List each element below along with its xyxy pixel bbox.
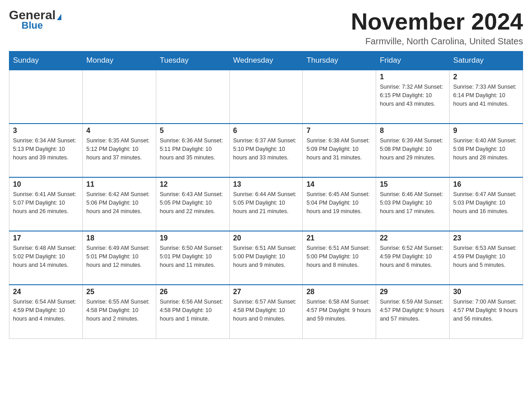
- day-number: 6: [233, 127, 299, 135]
- day-info: Sunrise: 6:55 AM Sunset: 4:58 PM Dayligh…: [86, 298, 152, 323]
- col-monday: Monday: [82, 51, 156, 70]
- day-info: Sunrise: 7:32 AM Sunset: 6:15 PM Dayligh…: [380, 83, 446, 108]
- day-number: 8: [380, 127, 446, 135]
- col-friday: Friday: [376, 51, 450, 70]
- col-wednesday: Wednesday: [229, 51, 303, 70]
- calendar-cell: 9Sunrise: 6:40 AM Sunset: 5:08 PM Daylig…: [450, 124, 523, 177]
- day-info: Sunrise: 6:53 AM Sunset: 4:59 PM Dayligh…: [453, 244, 519, 269]
- day-info: Sunrise: 6:43 AM Sunset: 5:05 PM Dayligh…: [160, 190, 226, 215]
- day-number: 12: [160, 180, 226, 188]
- day-info: Sunrise: 6:44 AM Sunset: 5:05 PM Dayligh…: [233, 190, 299, 215]
- location: Farmville, North Carolina, United States: [351, 36, 523, 47]
- day-number: 26: [160, 288, 226, 296]
- calendar-cell: [229, 70, 303, 124]
- col-thursday: Thursday: [303, 51, 376, 70]
- day-info: Sunrise: 7:00 AM Sunset: 4:57 PM Dayligh…: [453, 298, 519, 323]
- day-number: 11: [86, 180, 152, 188]
- day-info: Sunrise: 6:46 AM Sunset: 5:03 PM Dayligh…: [380, 190, 446, 215]
- day-info: Sunrise: 6:42 AM Sunset: 5:06 PM Dayligh…: [86, 190, 152, 215]
- day-info: Sunrise: 6:40 AM Sunset: 5:08 PM Dayligh…: [453, 137, 519, 162]
- day-info: Sunrise: 6:47 AM Sunset: 5:03 PM Dayligh…: [453, 190, 519, 215]
- calendar-cell: 28Sunrise: 6:58 AM Sunset: 4:57 PM Dayli…: [303, 285, 376, 338]
- calendar-cell: 22Sunrise: 6:52 AM Sunset: 4:59 PM Dayli…: [376, 231, 450, 285]
- calendar-cell: 16Sunrise: 6:47 AM Sunset: 5:03 PM Dayli…: [450, 177, 523, 231]
- day-number: 9: [453, 127, 519, 135]
- calendar-cell: 3Sunrise: 6:34 AM Sunset: 5:13 PM Daylig…: [9, 124, 83, 177]
- day-info: Sunrise: 6:48 AM Sunset: 5:02 PM Dayligh…: [13, 244, 79, 269]
- calendar-cell: 11Sunrise: 6:42 AM Sunset: 5:06 PM Dayli…: [82, 177, 156, 231]
- calendar-cell: 4Sunrise: 6:35 AM Sunset: 5:12 PM Daylig…: [82, 124, 156, 177]
- day-info: Sunrise: 7:33 AM Sunset: 6:14 PM Dayligh…: [453, 83, 519, 108]
- day-number: 25: [86, 288, 152, 296]
- day-number: 16: [453, 180, 519, 188]
- calendar-cell: 30Sunrise: 7:00 AM Sunset: 4:57 PM Dayli…: [450, 285, 523, 338]
- col-sunday: Sunday: [9, 51, 83, 70]
- calendar-cell: 13Sunrise: 6:44 AM Sunset: 5:05 PM Dayli…: [229, 177, 303, 231]
- logo: General Blue: [9, 9, 61, 31]
- calendar-cell: 7Sunrise: 6:38 AM Sunset: 5:09 PM Daylig…: [303, 124, 376, 177]
- day-info: Sunrise: 6:54 AM Sunset: 4:59 PM Dayligh…: [13, 298, 79, 323]
- day-info: Sunrise: 6:34 AM Sunset: 5:13 PM Dayligh…: [13, 137, 79, 162]
- day-number: 22: [380, 234, 446, 242]
- month-title: November 2024: [351, 9, 523, 34]
- day-number: 27: [233, 288, 299, 296]
- day-info: Sunrise: 6:52 AM Sunset: 4:59 PM Dayligh…: [380, 244, 446, 269]
- day-number: 5: [160, 127, 226, 135]
- day-number: 21: [306, 234, 372, 242]
- calendar-cell: [82, 70, 156, 124]
- day-info: Sunrise: 6:56 AM Sunset: 4:58 PM Dayligh…: [160, 298, 226, 323]
- calendar-cell: 23Sunrise: 6:53 AM Sunset: 4:59 PM Dayli…: [450, 231, 523, 285]
- day-number: 20: [233, 234, 299, 242]
- week-row-5: 24Sunrise: 6:54 AM Sunset: 4:59 PM Dayli…: [9, 285, 523, 338]
- calendar-cell: 12Sunrise: 6:43 AM Sunset: 5:05 PM Dayli…: [156, 177, 229, 231]
- logo-triangle-icon: [57, 14, 61, 20]
- day-number: 2: [453, 73, 519, 81]
- day-info: Sunrise: 6:39 AM Sunset: 5:08 PM Dayligh…: [380, 137, 446, 162]
- day-info: Sunrise: 6:49 AM Sunset: 5:01 PM Dayligh…: [86, 244, 152, 269]
- day-number: 7: [306, 127, 372, 135]
- calendar-cell: 26Sunrise: 6:56 AM Sunset: 4:58 PM Dayli…: [156, 285, 229, 338]
- title-section: November 2024 Farmville, North Carolina,…: [351, 9, 523, 47]
- col-saturday: Saturday: [450, 51, 523, 70]
- calendar: Sunday Monday Tuesday Wednesday Thursday…: [9, 51, 523, 339]
- logo-blue: Blue: [21, 20, 43, 31]
- day-info: Sunrise: 6:51 AM Sunset: 5:00 PM Dayligh…: [306, 244, 372, 269]
- calendar-cell: 19Sunrise: 6:50 AM Sunset: 5:01 PM Dayli…: [156, 231, 229, 285]
- calendar-cell: 17Sunrise: 6:48 AM Sunset: 5:02 PM Dayli…: [9, 231, 83, 285]
- week-row-1: 1Sunrise: 7:32 AM Sunset: 6:15 PM Daylig…: [9, 70, 523, 124]
- calendar-cell: 15Sunrise: 6:46 AM Sunset: 5:03 PM Dayli…: [376, 177, 450, 231]
- day-number: 19: [160, 234, 226, 242]
- day-info: Sunrise: 6:45 AM Sunset: 5:04 PM Dayligh…: [306, 190, 372, 215]
- day-info: Sunrise: 6:37 AM Sunset: 5:10 PM Dayligh…: [233, 137, 299, 162]
- week-row-4: 17Sunrise: 6:48 AM Sunset: 5:02 PM Dayli…: [9, 231, 523, 285]
- day-info: Sunrise: 6:38 AM Sunset: 5:09 PM Dayligh…: [306, 137, 372, 162]
- week-row-2: 3Sunrise: 6:34 AM Sunset: 5:13 PM Daylig…: [9, 124, 523, 177]
- day-info: Sunrise: 6:36 AM Sunset: 5:11 PM Dayligh…: [160, 137, 226, 162]
- calendar-cell: 6Sunrise: 6:37 AM Sunset: 5:10 PM Daylig…: [229, 124, 303, 177]
- day-info: Sunrise: 6:41 AM Sunset: 5:07 PM Dayligh…: [13, 190, 79, 215]
- calendar-cell: 14Sunrise: 6:45 AM Sunset: 5:04 PM Dayli…: [303, 177, 376, 231]
- day-info: Sunrise: 6:58 AM Sunset: 4:57 PM Dayligh…: [306, 298, 372, 323]
- day-number: 18: [86, 234, 152, 242]
- calendar-cell: 20Sunrise: 6:51 AM Sunset: 5:00 PM Dayli…: [229, 231, 303, 285]
- day-number: 23: [453, 234, 519, 242]
- col-tuesday: Tuesday: [156, 51, 229, 70]
- calendar-cell: 18Sunrise: 6:49 AM Sunset: 5:01 PM Dayli…: [82, 231, 156, 285]
- day-info: Sunrise: 6:59 AM Sunset: 4:57 PM Dayligh…: [380, 298, 446, 323]
- calendar-cell: 29Sunrise: 6:59 AM Sunset: 4:57 PM Dayli…: [376, 285, 450, 338]
- day-number: 10: [13, 180, 79, 188]
- day-info: Sunrise: 6:50 AM Sunset: 5:01 PM Dayligh…: [160, 244, 226, 269]
- calendar-cell: 2Sunrise: 7:33 AM Sunset: 6:14 PM Daylig…: [450, 70, 523, 124]
- calendar-cell: 27Sunrise: 6:57 AM Sunset: 4:58 PM Dayli…: [229, 285, 303, 338]
- calendar-cell: 21Sunrise: 6:51 AM Sunset: 5:00 PM Dayli…: [303, 231, 376, 285]
- day-info: Sunrise: 6:51 AM Sunset: 5:00 PM Dayligh…: [233, 244, 299, 269]
- calendar-cell: 10Sunrise: 6:41 AM Sunset: 5:07 PM Dayli…: [9, 177, 83, 231]
- calendar-cell: [156, 70, 229, 124]
- day-info: Sunrise: 6:35 AM Sunset: 5:12 PM Dayligh…: [86, 137, 152, 162]
- day-number: 29: [380, 288, 446, 296]
- day-number: 17: [13, 234, 79, 242]
- day-info: Sunrise: 6:57 AM Sunset: 4:58 PM Dayligh…: [233, 298, 299, 323]
- day-number: 28: [306, 288, 372, 296]
- calendar-cell: 8Sunrise: 6:39 AM Sunset: 5:08 PM Daylig…: [376, 124, 450, 177]
- calendar-cell: 24Sunrise: 6:54 AM Sunset: 4:59 PM Dayli…: [9, 285, 83, 338]
